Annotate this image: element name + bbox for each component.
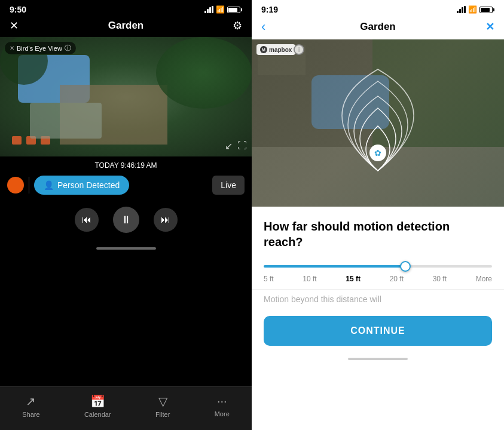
back-button[interactable]: ‹ — [261, 19, 265, 35]
nav-calendar-label: Calendar — [84, 411, 111, 418]
camera-view: ✕ Bird's Eye View ⓘ ↙ ⛶ — [0, 37, 252, 156]
nav-more-label: More — [215, 410, 230, 417]
birdseye-badge: ✕ Bird's Eye View ⓘ — [5, 42, 76, 54]
settings-button[interactable]: ⚙ — [233, 19, 242, 32]
camera-background — [0, 37, 252, 156]
right-battery-icon — [479, 7, 494, 13]
camera-overlay-controls: ↙ ⛶ — [225, 140, 247, 152]
share-icon: ↗ — [26, 394, 36, 408]
left-time: 9:50 — [10, 5, 26, 14]
expand-icon[interactable]: ↙ — [225, 140, 233, 152]
camera-pin: ✿ — [369, 145, 386, 161]
timeline-row: 👤 Person Detected Live — [0, 173, 252, 197]
slider-section: 5 ft 10 ft 15 ft 20 ft 30 ft More — [252, 265, 504, 289]
slider-label-more: More — [476, 275, 492, 283]
vegetation-element — [156, 37, 252, 109]
left-page-title: Garden — [108, 20, 144, 32]
nav-more[interactable]: ··· More — [215, 394, 230, 418]
timeline-event-dot — [7, 177, 24, 194]
home-indicator — [0, 242, 252, 254]
slider-labels: 5 ft 10 ft 15 ft 20 ft 30 ft More — [264, 272, 492, 283]
left-status-bar: 9:50 📶 — [0, 0, 252, 17]
right-close-button[interactable]: ✕ — [485, 20, 494, 33]
live-button[interactable]: Live — [212, 176, 245, 195]
hint-text: Motion beyond this distance will — [252, 289, 504, 309]
mapbox-badge: M mapbox — [256, 44, 295, 55]
tarp-element — [30, 103, 102, 139]
right-home-indicator — [252, 353, 504, 365]
nav-share-label: Share — [22, 411, 39, 418]
question-title: How far should motion detection reach? — [264, 219, 492, 250]
calendar-icon: 📅 — [90, 394, 105, 408]
slider-track[interactable] — [264, 265, 492, 268]
right-page-title: Garden — [360, 21, 396, 33]
right-header: ‹ Garden ✕ — [252, 17, 504, 39]
skip-forward-icon: ⏭ — [161, 214, 170, 225]
camera-pin-icon: ✿ — [374, 148, 381, 158]
more-icon: ··· — [217, 394, 227, 408]
continue-button[interactable]: CONTINUE — [264, 316, 492, 346]
playback-controls: ⏮ ⏸ ⏭ — [0, 197, 252, 242]
mapbox-logo: M — [260, 46, 267, 53]
birdseye-close: ✕ — [10, 45, 14, 51]
slider-label-30ft: 30 ft — [433, 275, 447, 283]
fullscreen-icon[interactable]: ⛶ — [237, 140, 247, 152]
filter-icon: ▽ — [158, 394, 167, 408]
map-container: ✿ M mapbox i — [252, 39, 504, 207]
mapbox-label: mapbox — [269, 47, 292, 53]
bottom-nav: ↗ Share 📅 Calendar ▽ Filter ··· More — [0, 386, 252, 430]
left-status-icons: 📶 — [204, 5, 242, 14]
birdseye-info-icon: ⓘ — [65, 44, 71, 53]
pause-button[interactable]: ⏸ — [113, 207, 139, 233]
timeline-line — [29, 177, 29, 194]
skip-forward-button[interactable]: ⏭ — [154, 208, 178, 232]
motion-detection-arcs — [294, 63, 462, 183]
right-status-icons: 📶 — [457, 5, 494, 14]
home-bar — [96, 247, 156, 250]
skip-back-button[interactable]: ⏮ — [75, 208, 99, 232]
nav-calendar[interactable]: 📅 Calendar — [84, 394, 111, 418]
birdseye-label: Bird's Eye View — [17, 45, 62, 52]
left-panel: 9:50 📶 ✕ Garden ⚙ — [0, 0, 252, 430]
slider-label-5ft: 5 ft — [264, 275, 274, 283]
wifi-icon: 📶 — [216, 5, 225, 14]
slider-label-10ft: 10 ft — [303, 275, 316, 283]
close-button[interactable]: ✕ — [10, 19, 19, 32]
skip-back-icon: ⏮ — [82, 214, 91, 225]
nav-filter[interactable]: ▽ Filter — [155, 394, 170, 418]
question-section: How far should motion detection reach? — [252, 207, 504, 265]
right-home-bar — [348, 358, 408, 360]
right-panel: 9:19 📶 ‹ Garden ✕ — [252, 0, 504, 430]
nav-filter-label: Filter — [155, 411, 170, 418]
right-status-bar: 9:19 📶 — [252, 0, 504, 17]
slider-fill — [264, 265, 405, 268]
right-time: 9:19 — [261, 5, 278, 14]
slider-label-20ft: 20 ft — [390, 275, 404, 283]
pause-icon: ⏸ — [121, 214, 132, 226]
slider-thumb[interactable] — [400, 261, 411, 272]
signal-icon — [204, 6, 213, 13]
battery-icon — [227, 7, 242, 13]
person-detected-button[interactable]: 👤 Person Detected — [34, 176, 129, 195]
person-icon: 👤 — [44, 180, 54, 190]
map-info-button[interactable]: i — [294, 44, 304, 55]
person-detected-label: Person Detected — [57, 180, 120, 190]
left-header: ✕ Garden ⚙ — [0, 17, 252, 37]
slider-label-15ft: 15 ft — [346, 275, 361, 283]
right-signal-icon — [457, 6, 466, 13]
timestamp: TODAY 9:46:19 AM — [0, 156, 252, 173]
right-wifi-icon: 📶 — [468, 5, 477, 14]
nav-share[interactable]: ↗ Share — [22, 394, 39, 418]
